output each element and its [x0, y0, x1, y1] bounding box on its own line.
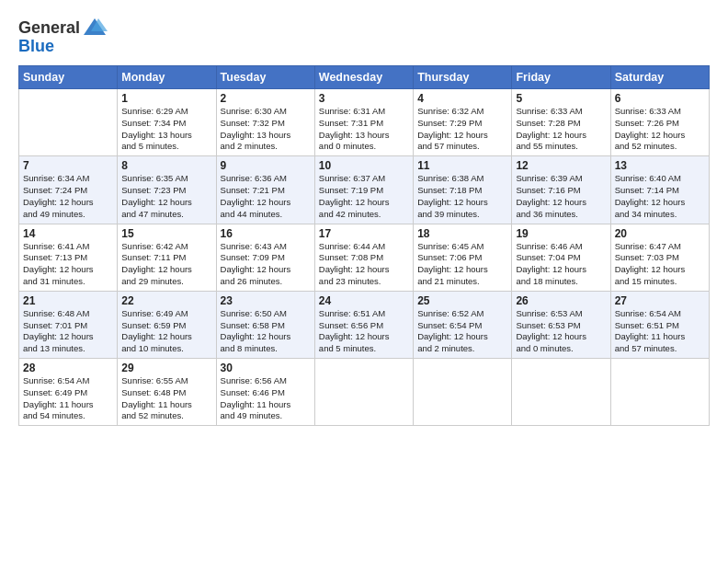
day-info: Sunrise: 6:50 AM Sunset: 6:58 PM Dayligh… [221, 308, 311, 355]
day-number: 1 [121, 92, 211, 105]
day-cell [314, 359, 413, 426]
day-info: Sunrise: 6:53 AM Sunset: 6:53 PM Dayligh… [516, 308, 606, 355]
day-info: Sunrise: 6:32 AM Sunset: 7:29 PM Dayligh… [417, 106, 507, 153]
day-info: Sunrise: 6:54 AM Sunset: 6:51 PM Dayligh… [615, 308, 705, 355]
day-number: 17 [319, 227, 409, 240]
day-info: Sunrise: 6:33 AM Sunset: 7:28 PM Dayligh… [516, 106, 606, 153]
day-info: Sunrise: 6:46 AM Sunset: 7:04 PM Dayligh… [516, 241, 606, 288]
day-cell: 7Sunrise: 6:34 AM Sunset: 7:24 PM Daylig… [19, 156, 118, 224]
day-number: 30 [221, 362, 311, 374]
day-info: Sunrise: 6:41 AM Sunset: 7:13 PM Dayligh… [23, 241, 113, 288]
day-cell: 29Sunrise: 6:55 AM Sunset: 6:48 PM Dayli… [118, 359, 216, 426]
day-info: Sunrise: 6:35 AM Sunset: 7:23 PM Dayligh… [121, 173, 211, 220]
page: General Blue SundayMondayTuesdayWednesda… [0, 0, 728, 563]
day-info: Sunrise: 6:31 AM Sunset: 7:31 PM Dayligh… [319, 106, 409, 153]
day-number: 15 [121, 227, 211, 240]
day-cell: 16Sunrise: 6:43 AM Sunset: 7:09 PM Dayli… [216, 224, 314, 291]
day-cell: 23Sunrise: 6:50 AM Sunset: 6:58 PM Dayli… [216, 291, 314, 358]
day-cell: 17Sunrise: 6:44 AM Sunset: 7:08 PM Dayli… [314, 224, 413, 291]
day-number: 24 [319, 294, 409, 307]
day-info: Sunrise: 6:55 AM Sunset: 6:48 PM Dayligh… [121, 375, 211, 422]
day-cell: 9Sunrise: 6:36 AM Sunset: 7:21 PM Daylig… [216, 156, 314, 224]
weekday-header-wednesday: Wednesday [314, 66, 413, 89]
day-info: Sunrise: 6:47 AM Sunset: 7:03 PM Dayligh… [615, 241, 705, 288]
day-info: Sunrise: 6:54 AM Sunset: 6:49 PM Dayligh… [23, 375, 113, 422]
calendar-table: SundayMondayTuesdayWednesdayThursdayFrid… [18, 65, 710, 426]
week-row-3: 14Sunrise: 6:41 AM Sunset: 7:13 PM Dayli… [19, 224, 710, 291]
weekday-header-saturday: Saturday [610, 66, 709, 89]
day-info: Sunrise: 6:36 AM Sunset: 7:21 PM Dayligh… [221, 173, 311, 220]
week-row-1: 1Sunrise: 6:29 AM Sunset: 7:34 PM Daylig… [19, 89, 710, 156]
day-number: 7 [23, 159, 113, 172]
week-row-2: 7Sunrise: 6:34 AM Sunset: 7:24 PM Daylig… [19, 156, 710, 224]
day-number: 20 [615, 227, 705, 240]
weekday-header-friday: Friday [512, 66, 610, 89]
day-number: 12 [516, 159, 606, 172]
day-number: 11 [417, 159, 507, 172]
day-number: 29 [121, 362, 211, 374]
day-info: Sunrise: 6:33 AM Sunset: 7:26 PM Dayligh… [615, 106, 705, 153]
day-info: Sunrise: 6:49 AM Sunset: 6:59 PM Dayligh… [121, 308, 211, 355]
day-number: 13 [615, 159, 705, 172]
day-cell [610, 359, 709, 426]
day-number: 2 [221, 92, 311, 105]
day-info: Sunrise: 6:39 AM Sunset: 7:16 PM Dayligh… [516, 173, 606, 220]
day-cell: 4Sunrise: 6:32 AM Sunset: 7:29 PM Daylig… [414, 89, 512, 156]
day-number: 16 [221, 227, 311, 240]
day-cell: 30Sunrise: 6:56 AM Sunset: 6:46 PM Dayli… [216, 359, 314, 426]
day-cell: 20Sunrise: 6:47 AM Sunset: 7:03 PM Dayli… [610, 224, 709, 291]
day-cell: 12Sunrise: 6:39 AM Sunset: 7:16 PM Dayli… [512, 156, 610, 224]
day-cell: 13Sunrise: 6:40 AM Sunset: 7:14 PM Dayli… [610, 156, 709, 224]
day-cell: 1Sunrise: 6:29 AM Sunset: 7:34 PM Daylig… [118, 89, 216, 156]
day-info: Sunrise: 6:40 AM Sunset: 7:14 PM Dayligh… [615, 173, 705, 220]
day-number: 10 [319, 159, 409, 172]
week-row-5: 28Sunrise: 6:54 AM Sunset: 6:49 PM Dayli… [19, 359, 710, 426]
day-number: 4 [417, 92, 507, 105]
day-cell: 11Sunrise: 6:38 AM Sunset: 7:18 PM Dayli… [414, 156, 512, 224]
day-cell: 24Sunrise: 6:51 AM Sunset: 6:56 PM Dayli… [314, 291, 413, 358]
day-cell: 14Sunrise: 6:41 AM Sunset: 7:13 PM Dayli… [19, 224, 118, 291]
day-number: 26 [516, 294, 606, 307]
day-cell: 28Sunrise: 6:54 AM Sunset: 6:49 PM Dayli… [19, 359, 118, 426]
day-cell: 6Sunrise: 6:33 AM Sunset: 7:26 PM Daylig… [610, 89, 709, 156]
day-number: 27 [615, 294, 705, 307]
header: General Blue [18, 15, 710, 56]
day-cell [512, 359, 610, 426]
day-cell: 2Sunrise: 6:30 AM Sunset: 7:32 PM Daylig… [216, 89, 314, 156]
day-info: Sunrise: 6:29 AM Sunset: 7:34 PM Dayligh… [121, 106, 211, 153]
day-cell [19, 89, 118, 156]
day-cell: 22Sunrise: 6:49 AM Sunset: 6:59 PM Dayli… [118, 291, 216, 358]
day-cell: 8Sunrise: 6:35 AM Sunset: 7:23 PM Daylig… [118, 156, 216, 224]
day-info: Sunrise: 6:43 AM Sunset: 7:09 PM Dayligh… [221, 241, 311, 288]
day-info: Sunrise: 6:48 AM Sunset: 7:01 PM Dayligh… [23, 308, 113, 355]
day-info: Sunrise: 6:44 AM Sunset: 7:08 PM Dayligh… [319, 241, 409, 288]
day-info: Sunrise: 6:56 AM Sunset: 6:46 PM Dayligh… [221, 375, 311, 422]
day-number: 23 [221, 294, 311, 307]
day-cell [414, 359, 512, 426]
weekday-header-tuesday: Tuesday [216, 66, 314, 89]
day-number: 19 [516, 227, 606, 240]
day-cell: 5Sunrise: 6:33 AM Sunset: 7:28 PM Daylig… [512, 89, 610, 156]
day-cell: 27Sunrise: 6:54 AM Sunset: 6:51 PM Dayli… [610, 291, 709, 358]
day-cell: 21Sunrise: 6:48 AM Sunset: 7:01 PM Dayli… [19, 291, 118, 358]
day-number: 18 [417, 227, 507, 240]
day-number: 5 [516, 92, 606, 105]
day-cell: 3Sunrise: 6:31 AM Sunset: 7:31 PM Daylig… [314, 89, 413, 156]
day-info: Sunrise: 6:34 AM Sunset: 7:24 PM Dayligh… [23, 173, 113, 220]
day-number: 9 [221, 159, 311, 172]
day-info: Sunrise: 6:51 AM Sunset: 6:56 PM Dayligh… [319, 308, 409, 355]
day-number: 22 [121, 294, 211, 307]
week-row-4: 21Sunrise: 6:48 AM Sunset: 7:01 PM Dayli… [19, 291, 710, 358]
day-number: 21 [23, 294, 113, 307]
day-number: 25 [417, 294, 507, 307]
day-info: Sunrise: 6:45 AM Sunset: 7:06 PM Dayligh… [417, 241, 507, 288]
day-cell: 25Sunrise: 6:52 AM Sunset: 6:54 PM Dayli… [414, 291, 512, 358]
day-cell: 19Sunrise: 6:46 AM Sunset: 7:04 PM Dayli… [512, 224, 610, 291]
day-number: 8 [121, 159, 211, 172]
day-info: Sunrise: 6:52 AM Sunset: 6:54 PM Dayligh… [417, 308, 507, 355]
day-number: 6 [615, 92, 705, 105]
day-number: 3 [319, 92, 409, 105]
logo: General Blue [18, 15, 108, 56]
day-cell: 18Sunrise: 6:45 AM Sunset: 7:06 PM Dayli… [414, 224, 512, 291]
day-cell: 10Sunrise: 6:37 AM Sunset: 7:19 PM Dayli… [314, 156, 413, 224]
